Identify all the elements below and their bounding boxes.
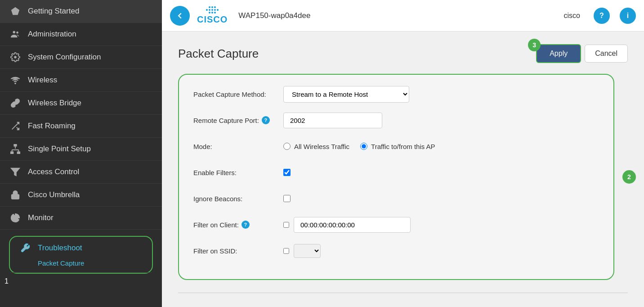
- content-area: Packet Capture 3 Apply Cancel Packet Cap…: [162, 32, 644, 307]
- sidebar-item-wireless[interactable]: Wireless: [0, 69, 162, 92]
- mode-ap-label: Traffic to/from this AP: [371, 143, 435, 150]
- filter-client-input[interactable]: [294, 217, 411, 233]
- users-icon: [9, 29, 22, 39]
- ignore-beacons-row: Ignore Beacons:: [193, 190, 599, 207]
- svg-rect-8: [11, 152, 13, 154]
- svg-rect-9: [18, 152, 20, 154]
- link-icon: [9, 98, 22, 108]
- wrench-icon: [19, 243, 31, 253]
- sidebar: Getting Started Administration System Co…: [0, 0, 162, 307]
- lock-icon: [9, 190, 22, 200]
- filter-ssid-select[interactable]: [294, 244, 321, 258]
- sidebar-label-system-config: System Configuration: [28, 53, 153, 62]
- ignore-beacons-label: Ignore Beacons:: [193, 195, 283, 203]
- method-row: Packet Capture Method: Stream to a Remot…: [193, 86, 599, 103]
- header-user: cisco: [564, 12, 580, 20]
- svg-point-4: [15, 83, 16, 84]
- svg-marker-14: [11, 168, 19, 176]
- sidebar-label-fast-roaming: Fast Roaming: [28, 122, 153, 131]
- wifi-icon: [9, 75, 22, 85]
- badge-3: 3: [528, 39, 541, 51]
- port-input[interactable]: [283, 113, 382, 128]
- mode-label: Mode:: [193, 143, 283, 150]
- filter-client-help-icon[interactable]: ?: [242, 221, 250, 229]
- port-control: [283, 113, 599, 128]
- gear-icon: [9, 52, 22, 62]
- svg-marker-0: [11, 7, 19, 15]
- sidebar-label-access-control: Access Control: [28, 167, 153, 176]
- port-help-icon[interactable]: ?: [262, 116, 270, 124]
- sidebar-item-wireless-bridge[interactable]: Wireless Bridge: [0, 92, 162, 115]
- method-select[interactable]: Stream to a Remote Host Local: [283, 86, 409, 103]
- cisco-dots-3: [209, 12, 216, 14]
- sidebar-item-getting-started[interactable]: Getting Started: [0, 0, 162, 23]
- sidebar-label-wireless-bridge: Wireless Bridge: [28, 99, 153, 108]
- diamond-icon: [9, 6, 22, 16]
- sidebar-item-cisco-umbrella[interactable]: Cisco Umbrella: [0, 184, 162, 207]
- svg-rect-15: [12, 194, 19, 199]
- sidebar-label-cisco-umbrella: Cisco Umbrella: [28, 190, 153, 199]
- filter-ssid-checkbox[interactable]: [283, 248, 289, 254]
- ignore-beacons-checkbox[interactable]: [283, 195, 291, 202]
- shuffle-icon: [9, 121, 22, 131]
- cisco-dots-2: [206, 9, 219, 11]
- filter-client-checkbox[interactable]: [283, 222, 289, 228]
- action-buttons: 3 Apply Cancel: [536, 44, 628, 63]
- port-label: Remote Capture Port: ?: [193, 116, 283, 124]
- sidebar-item-monitor[interactable]: Monitor: [0, 207, 162, 230]
- mode-radio-all[interactable]: [283, 143, 291, 150]
- mode-radio-ap[interactable]: [360, 143, 367, 150]
- filter-ssid-row: Filter on SSID:: [193, 242, 599, 259]
- mode-radio-group: All Wireless Traffic Traffic to/from thi…: [283, 143, 435, 150]
- filter-ssid-inputs: [283, 244, 321, 258]
- port-row: Remote Capture Port: ?: [193, 112, 599, 129]
- device-name: WAP150-wap0a4dee: [238, 11, 310, 20]
- sidebar-item-access-control[interactable]: Access Control: [0, 161, 162, 184]
- main-content: CISCO WAP150-wap0a4dee cisco ? i Packet …: [162, 0, 644, 307]
- pie-icon: [9, 213, 22, 223]
- svg-point-1: [13, 31, 16, 34]
- enable-filters-label: Enable Filters:: [193, 169, 283, 176]
- hierarchy-icon: [9, 144, 22, 154]
- apply-button[interactable]: Apply: [536, 44, 581, 63]
- troubleshoot-group: Troubleshoot Packet Capture: [9, 236, 153, 274]
- sidebar-item-troubleshoot[interactable]: Troubleshoot: [10, 237, 152, 254]
- sidebar-label-wireless: Wireless: [28, 76, 153, 85]
- back-button[interactable]: [170, 6, 190, 26]
- sidebar-label-single-point-setup: Single Point Setup: [28, 144, 153, 154]
- mode-all-wireless[interactable]: All Wireless Traffic: [283, 143, 349, 150]
- cancel-button[interactable]: Cancel: [585, 45, 628, 63]
- info-button[interactable]: i: [620, 8, 636, 24]
- sidebar-item-fast-roaming[interactable]: Fast Roaming: [0, 115, 162, 138]
- ignore-beacons-checkbox-wrap: [283, 195, 291, 202]
- svg-point-3: [14, 56, 17, 59]
- enable-filters-checkbox[interactable]: [283, 169, 291, 176]
- sidebar-label-monitor: Monitor: [28, 213, 153, 222]
- cisco-dots: [209, 6, 216, 8]
- filter-client-row: Filter on Client: ?: [193, 216, 599, 233]
- page-title-row: Packet Capture 3 Apply Cancel: [178, 44, 628, 63]
- sidebar-item-packet-capture[interactable]: Packet Capture: [10, 254, 152, 273]
- mode-control: All Wireless Traffic Traffic to/from thi…: [283, 143, 599, 150]
- badge-1: 1: [4, 277, 157, 285]
- svg-point-2: [16, 32, 18, 34]
- filter-client-control: [283, 217, 599, 233]
- badge-2: 2: [622, 170, 636, 184]
- sidebar-label-administration: Administration: [28, 30, 153, 39]
- help-button[interactable]: ?: [594, 8, 610, 24]
- sidebar-label-getting-started: Getting Started: [28, 7, 153, 16]
- cisco-logo: CISCO: [197, 6, 228, 25]
- mode-ap-traffic[interactable]: Traffic to/from this AP: [360, 143, 435, 150]
- svg-rect-7: [14, 144, 17, 146]
- sidebar-item-system-config[interactable]: System Configuration: [0, 46, 162, 69]
- filter-ssid-control: [283, 244, 599, 258]
- filter-ssid-label: Filter on SSID:: [193, 247, 283, 255]
- filter-client-label: Filter on Client: ?: [193, 221, 283, 229]
- filter-icon: [9, 167, 22, 177]
- method-control: Stream to a Remote Host Local: [283, 86, 599, 103]
- sidebar-item-single-point-setup[interactable]: Single Point Setup: [0, 138, 162, 161]
- filter-client-inputs: [283, 217, 411, 233]
- sidebar-label-packet-capture: Packet Capture: [38, 259, 84, 267]
- sidebar-item-administration[interactable]: Administration: [0, 23, 162, 46]
- bottom-divider: [178, 293, 628, 293]
